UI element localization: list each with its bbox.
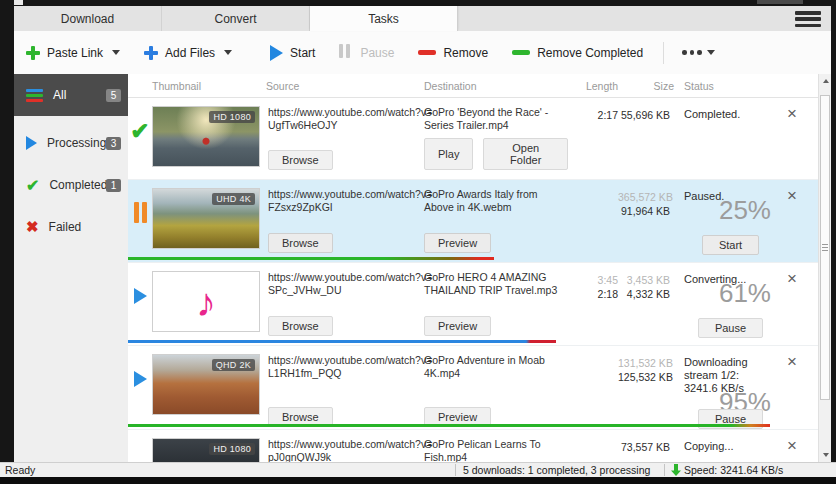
column-source: Source bbox=[266, 80, 424, 92]
scrollbar-thumb[interactable] bbox=[820, 95, 830, 400]
plus-icon bbox=[144, 46, 158, 60]
scroll-down-arrow[interactable] bbox=[819, 448, 832, 462]
size-original: 3,453 KB bbox=[618, 273, 670, 287]
destination-file: GoPro Awards Italy from Above in 4K.webm bbox=[424, 188, 568, 214]
thumbnail-image: HD 1080 bbox=[152, 106, 260, 167]
remove-label: Remove bbox=[443, 46, 488, 60]
start-button[interactable]: Start bbox=[266, 39, 319, 67]
app-screen: Download Convert Tasks Paste Link Add Fi… bbox=[0, 0, 836, 484]
statusbar-separator bbox=[455, 464, 456, 476]
browse-button[interactable]: Browse bbox=[268, 316, 333, 336]
source-url: FZsxz9ZpKGI bbox=[268, 201, 416, 214]
all-tasks-icon bbox=[26, 89, 43, 102]
size-value: 4,332 KB bbox=[618, 287, 670, 301]
close-icon[interactable]: × bbox=[779, 98, 805, 179]
table-row[interactable]: UHD 4K https://www.youtube.com/watch?v= … bbox=[128, 180, 818, 263]
start-label: Start bbox=[290, 46, 315, 60]
remove-button[interactable]: Remove bbox=[414, 40, 492, 66]
desktop-fragment bbox=[14, 0, 23, 5]
progress-bar bbox=[128, 424, 770, 427]
speed-value: Speed: 3241.64 KB/s bbox=[684, 464, 783, 476]
sidebar-item-completed[interactable]: ✔ Completed 1 bbox=[14, 170, 128, 200]
close-icon[interactable]: × bbox=[779, 346, 805, 436]
open-folder-button[interactable]: Open Folder bbox=[483, 138, 568, 170]
source-url: https://www.youtube.com/watch?v= bbox=[268, 106, 416, 119]
table-row[interactable]: ♪ https://www.youtube.com/watch?v= SPc_J… bbox=[128, 263, 818, 346]
browse-button[interactable]: Browse bbox=[268, 150, 333, 170]
desktop-fragment bbox=[757, 0, 803, 4]
preview-button[interactable]: Preview bbox=[424, 316, 491, 336]
progress-bar bbox=[128, 257, 494, 260]
count-badge: 5 bbox=[106, 89, 121, 102]
table-row[interactable]: HD 1080 https://www.youtube.com/watch?v=… bbox=[128, 430, 818, 462]
ellipsis-icon bbox=[682, 50, 687, 55]
close-icon[interactable]: × bbox=[779, 180, 805, 262]
chevron-down-icon[interactable] bbox=[112, 50, 120, 55]
table-header: Thumbnail Source Destination Length Size… bbox=[128, 74, 818, 98]
resolution-badge: UHD 4K bbox=[212, 193, 255, 205]
source-url: https://www.youtube.com/watch?v= bbox=[268, 188, 416, 201]
pause-label: Pause bbox=[360, 46, 394, 60]
start-row-button[interactable]: Start bbox=[702, 235, 759, 255]
vertical-scrollbar[interactable] bbox=[818, 74, 831, 462]
size-value: 91,964 KB bbox=[618, 204, 670, 218]
sidebar-label: Completed bbox=[49, 178, 107, 192]
size-original: 365,572 KB bbox=[618, 190, 670, 204]
more-actions-button[interactable] bbox=[676, 44, 721, 61]
add-files-button[interactable]: Add Files bbox=[140, 40, 236, 66]
preview-button[interactable]: Preview bbox=[424, 233, 491, 253]
toolbar-separator bbox=[663, 42, 664, 64]
remove-completed-button[interactable]: Remove Completed bbox=[508, 40, 647, 66]
destination-file: GoPro Pelican Learns To Fish.mp4 bbox=[424, 438, 568, 462]
column-status: Status bbox=[674, 80, 779, 92]
play-icon bbox=[134, 288, 147, 304]
paste-link-label: Paste Link bbox=[47, 46, 103, 60]
table-row[interactable]: QHD 2K https://www.youtube.com/watch?v= … bbox=[128, 346, 818, 430]
browse-button[interactable]: Browse bbox=[268, 233, 333, 253]
sidebar-item-failed[interactable]: ✖ Failed bbox=[14, 212, 128, 242]
chevron-down-icon[interactable] bbox=[224, 50, 232, 55]
scroll-up-arrow[interactable] bbox=[819, 74, 832, 88]
thumbnail-image: UHD 4K bbox=[152, 188, 260, 249]
x-icon: ✖ bbox=[26, 218, 39, 236]
sidebar-item-processing[interactable]: Processing 3 bbox=[14, 128, 128, 158]
pause-row-button[interactable]: Pause bbox=[698, 318, 763, 338]
tab-tasks[interactable]: Tasks bbox=[310, 6, 458, 31]
sidebar-item-all[interactable]: All 5 bbox=[14, 74, 128, 116]
progress-percent: 61% bbox=[684, 287, 777, 300]
column-size: Size bbox=[618, 80, 674, 92]
source-url: https://www.youtube.com/watch?v= bbox=[268, 438, 416, 451]
tab-convert[interactable]: Convert bbox=[162, 6, 310, 31]
resolution-badge: HD 1080 bbox=[209, 111, 255, 123]
destination-file: GoPro Adventure in Moab 4K.mp4 bbox=[424, 354, 568, 380]
task-list: Thumbnail Source Destination Length Size… bbox=[128, 74, 818, 462]
check-icon: ✔ bbox=[26, 176, 39, 195]
size-value: 125,532 KB bbox=[618, 370, 670, 384]
pause-icon bbox=[339, 44, 353, 61]
menu-icon[interactable] bbox=[795, 11, 821, 27]
length-value: 2:17 bbox=[584, 108, 618, 122]
resolution-badge: HD 1080 bbox=[209, 443, 255, 455]
tab-download[interactable]: Download bbox=[14, 6, 162, 31]
status-text: Downloading stream 1/2: bbox=[684, 356, 777, 382]
source-url: https://www.youtube.com/watch?v= bbox=[268, 271, 416, 284]
sidebar-label: All bbox=[53, 88, 66, 102]
pause-button[interactable]: Pause bbox=[335, 38, 398, 67]
table-rows: ✔ HD 1080 https://www.youtube.com/watch?… bbox=[128, 98, 818, 462]
play-button[interactable]: Play bbox=[424, 138, 473, 170]
pause-icon bbox=[132, 202, 148, 262]
close-icon[interactable]: × bbox=[779, 263, 805, 345]
source-url: pJ0gnQWJ9k bbox=[268, 451, 416, 462]
close-icon[interactable]: × bbox=[779, 430, 805, 462]
table-row[interactable]: ✔ HD 1080 https://www.youtube.com/watch?… bbox=[128, 98, 818, 180]
progress-bar bbox=[128, 340, 556, 343]
count-badge: 3 bbox=[106, 137, 121, 150]
status-text: Copying... bbox=[684, 440, 777, 453]
sidebar: All 5 Processing 3 ✔ Completed 1 ✖ Faile… bbox=[14, 74, 128, 462]
paste-link-button[interactable]: Paste Link bbox=[22, 40, 124, 66]
remove-completed-label: Remove Completed bbox=[537, 46, 643, 60]
source-url: SPc_JVHw_DU bbox=[268, 284, 416, 297]
source-url: L1RH1fm_PQQ bbox=[268, 367, 416, 380]
size-value: 73,557 KB bbox=[618, 440, 670, 454]
progress-percent: 95% bbox=[684, 396, 777, 409]
